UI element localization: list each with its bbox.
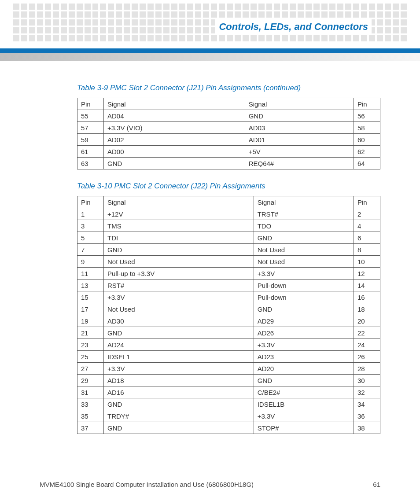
column-header: Pin bbox=[354, 196, 380, 208]
table-cell: 30 bbox=[354, 375, 380, 386]
table-cell: IDSEL1 bbox=[104, 351, 254, 363]
table-row: 63GNDREQ64#64 bbox=[77, 158, 380, 169]
section-title: Controls, LEDs, and Connectors bbox=[215, 19, 372, 34]
table-cell: GND bbox=[254, 375, 354, 386]
table-cell: AD04 bbox=[104, 110, 245, 122]
table-cell: 11 bbox=[77, 268, 104, 280]
table-cell: TDI bbox=[104, 232, 254, 244]
table-row: 23AD24+3.3V24 bbox=[77, 339, 380, 351]
table-cell: 8 bbox=[354, 244, 380, 256]
table-row: 21GNDAD2622 bbox=[77, 327, 380, 339]
table-cell: +3.3V bbox=[254, 339, 354, 351]
table-cell: 38 bbox=[354, 422, 380, 434]
table-cell: 64 bbox=[354, 158, 380, 169]
table-cell: 63 bbox=[77, 158, 104, 169]
table-cell: AD23 bbox=[254, 351, 354, 363]
table-cell: C/BE2# bbox=[254, 386, 354, 398]
table-row: 55AD04GND56 bbox=[77, 110, 380, 122]
table-cell: 9 bbox=[77, 256, 104, 268]
table-cell: 61 bbox=[77, 146, 104, 158]
table-cell: 28 bbox=[354, 363, 380, 375]
table-cell: 25 bbox=[77, 351, 104, 363]
table-cell: GND bbox=[254, 232, 354, 244]
table-cell: 15 bbox=[77, 291, 104, 303]
table-row: 29AD18GND30 bbox=[77, 375, 380, 386]
table-cell: AD02 bbox=[104, 134, 245, 146]
table-cell: 20 bbox=[354, 315, 380, 327]
table-cell: AD20 bbox=[254, 363, 354, 375]
table-cell: Pull-up to +3.3V bbox=[104, 268, 254, 280]
table-cell: TRDY# bbox=[104, 410, 254, 422]
table-cell: AD03 bbox=[245, 122, 354, 134]
table-cell: 36 bbox=[354, 410, 380, 422]
table-cell: AD30 bbox=[104, 315, 254, 327]
table-cell: 1 bbox=[77, 208, 104, 220]
table-row: 5TDIGND6 bbox=[77, 232, 380, 244]
table-cell: 12 bbox=[354, 268, 380, 280]
table-row: 7GNDNot Used8 bbox=[77, 244, 380, 256]
table-cell: GND bbox=[104, 398, 254, 410]
table-cell: Not Used bbox=[104, 256, 254, 268]
table-cell: GND bbox=[104, 422, 254, 434]
table-cell: 24 bbox=[354, 339, 380, 351]
table-cell: 18 bbox=[354, 303, 380, 315]
column-header: Pin bbox=[354, 98, 380, 110]
table-cell: GND bbox=[104, 158, 245, 169]
table-cell: 37 bbox=[77, 422, 104, 434]
table-row: 13RST#Pull-down14 bbox=[77, 280, 380, 291]
page-footer: MVME4100 Single Board Computer Installat… bbox=[40, 476, 380, 488]
table-cell: STOP# bbox=[254, 422, 354, 434]
table-cell: 4 bbox=[354, 220, 380, 232]
table-cell: GND bbox=[104, 327, 254, 339]
column-header: Signal bbox=[104, 196, 254, 208]
header-gray-bar bbox=[0, 53, 420, 61]
table-cell: 5 bbox=[77, 232, 104, 244]
table-cell: 31 bbox=[77, 386, 104, 398]
table-row: 25IDSEL1AD2326 bbox=[77, 351, 380, 363]
table-row: 37GNDSTOP#38 bbox=[77, 422, 380, 434]
table-cell: 57 bbox=[77, 122, 104, 134]
table-row: 59AD02AD0160 bbox=[77, 134, 380, 146]
table-cell: 27 bbox=[77, 363, 104, 375]
table-row: 1+12VTRST#2 bbox=[77, 208, 380, 220]
table-cell: 10 bbox=[354, 256, 380, 268]
table-cell: 17 bbox=[77, 303, 104, 315]
table-cell: AD16 bbox=[104, 386, 254, 398]
table-3-10-caption: Table 3-10 PMC Slot 2 Connector (J22) Pi… bbox=[77, 182, 380, 191]
table-cell: Pull-down bbox=[254, 291, 354, 303]
table-cell: 62 bbox=[354, 146, 380, 158]
table-row: 15+3.3VPull-down16 bbox=[77, 291, 380, 303]
table-cell: GND bbox=[104, 244, 254, 256]
table-cell: REQ64# bbox=[245, 158, 354, 169]
column-header: Signal bbox=[245, 98, 354, 110]
table-cell: AD18 bbox=[104, 375, 254, 386]
table-cell: AD00 bbox=[104, 146, 245, 158]
table-cell: RST# bbox=[104, 280, 254, 291]
table-cell: 32 bbox=[354, 386, 380, 398]
table-cell: Not Used bbox=[254, 244, 354, 256]
table-cell: 55 bbox=[77, 110, 104, 122]
column-header: Pin bbox=[77, 98, 104, 110]
table-cell: +3.3V bbox=[104, 291, 254, 303]
table-cell: 19 bbox=[77, 315, 104, 327]
table-cell: 29 bbox=[77, 375, 104, 386]
table-3-9-caption: Table 3-9 PMC Slot 2 Connector (J21) Pin… bbox=[77, 84, 380, 92]
table-3-10: PinSignalSignalPin1+12VTRST#23TMSTDO45TD… bbox=[77, 196, 380, 434]
table-cell: 59 bbox=[77, 134, 104, 146]
table-row: 61AD00+5V62 bbox=[77, 146, 380, 158]
table-cell: 2 bbox=[354, 208, 380, 220]
table-row: 9Not UsedNot Used10 bbox=[77, 256, 380, 268]
table-cell: AD29 bbox=[254, 315, 354, 327]
table-row: 19AD30AD2920 bbox=[77, 315, 380, 327]
table-cell: GND bbox=[254, 303, 354, 315]
footer-page-number: 61 bbox=[373, 481, 380, 488]
table-cell: AD24 bbox=[104, 339, 254, 351]
table-row: 17Not UsedGND18 bbox=[77, 303, 380, 315]
table-row: 57+3.3V (VIO)AD0358 bbox=[77, 122, 380, 134]
column-header: Pin bbox=[77, 196, 104, 208]
table-cell: +3.3V bbox=[254, 268, 354, 280]
table-cell: TDO bbox=[254, 220, 354, 232]
column-header: Signal bbox=[254, 196, 354, 208]
table-cell: TMS bbox=[104, 220, 254, 232]
table-cell: IDSEL1B bbox=[254, 398, 354, 410]
